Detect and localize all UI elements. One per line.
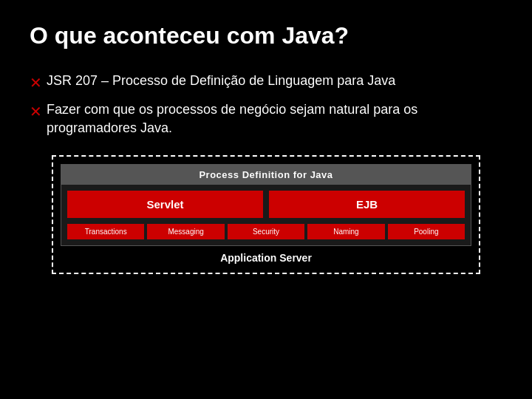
top-box-ejb: EJB: [269, 191, 465, 218]
bullet-item-2: ✕ Fazer com que os processos de negócio …: [30, 100, 502, 137]
diagram-footer: Application Server: [61, 252, 471, 264]
slide-title: O que aconteceu com Java?: [30, 22, 502, 50]
bottom-row: Transactions Messaging Security Naming P…: [67, 224, 465, 239]
slide: O que aconteceu com Java? ✕ JSR 207 – Pr…: [0, 0, 532, 399]
bullet-icon-1: ✕: [30, 72, 42, 93]
bullet-text-1: JSR 207 – Processo de Definição de Lingu…: [47, 72, 502, 90]
diagram-body: Servlet EJB Transactions Messaging Secur…: [61, 185, 471, 245]
bottom-box-messaging: Messaging: [147, 224, 224, 239]
bottom-box-naming: Naming: [307, 224, 384, 239]
bottom-box-transactions: Transactions: [67, 224, 144, 239]
top-box-servlet: Servlet: [67, 191, 263, 218]
diagram-header: Process Definition for Java: [61, 165, 471, 185]
bullet-icon-2: ✕: [30, 101, 42, 122]
top-row: Servlet EJB: [67, 191, 465, 218]
diagram-container: Process Definition for Java Servlet EJB …: [52, 155, 480, 274]
bottom-box-security: Security: [228, 224, 304, 239]
bullet-text-2: Fazer com que os processos de negócio se…: [47, 100, 502, 137]
bullet-item-1: ✕ JSR 207 – Processo de Definição de Lin…: [30, 72, 502, 93]
bottom-box-pooling: Pooling: [388, 224, 465, 239]
diagram-inner: Process Definition for Java Servlet EJB …: [61, 164, 471, 246]
bullet-list: ✕ JSR 207 – Processo de Definição de Lin…: [30, 72, 502, 137]
